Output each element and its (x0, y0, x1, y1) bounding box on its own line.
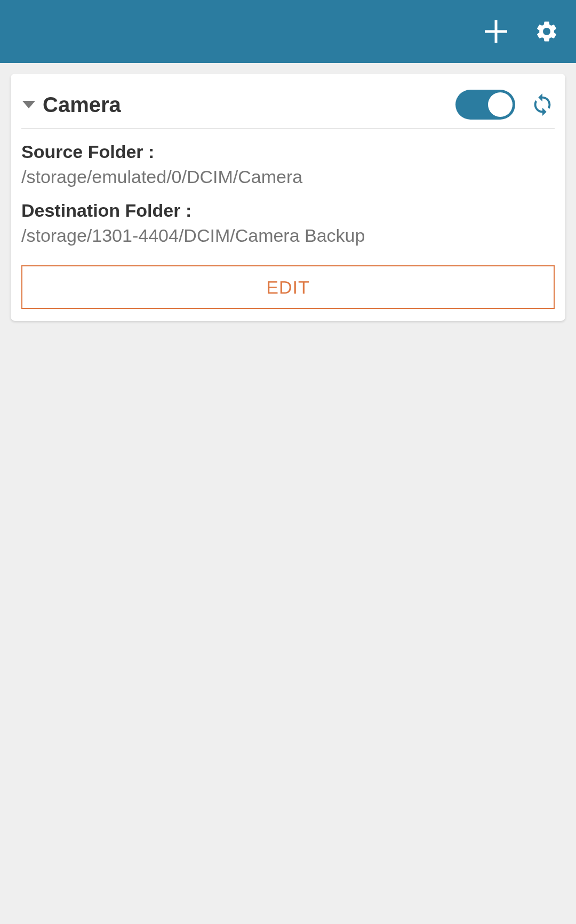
enable-toggle[interactable] (455, 90, 515, 120)
source-folder-field: Source Folder : /storage/emulated/0/DCIM… (21, 141, 555, 187)
gear-icon (534, 19, 559, 44)
destination-folder-value: /storage/1301-4404/DCIM/Camera Backup (21, 225, 555, 246)
edit-button[interactable]: EDIT (21, 265, 555, 309)
source-folder-value: /storage/emulated/0/DCIM/Camera (21, 167, 555, 187)
chevron-down-icon (22, 101, 35, 108)
sync-now-button[interactable] (530, 92, 555, 117)
card-body: Source Folder : /storage/emulated/0/DCIM… (21, 129, 555, 309)
card-title: Camera (43, 93, 455, 117)
destination-folder-field: Destination Folder : /storage/1301-4404/… (21, 200, 555, 246)
source-folder-label: Source Folder : (21, 141, 555, 162)
settings-button[interactable] (533, 18, 560, 45)
expand-collapse-toggle[interactable] (21, 101, 43, 108)
sync-task-card: Camera Source Folder : /storage/emulated… (11, 74, 565, 321)
plus-icon (484, 19, 508, 44)
destination-folder-label: Destination Folder : (21, 200, 555, 221)
sync-icon (530, 92, 555, 117)
toggle-knob (488, 92, 513, 117)
app-bar (0, 0, 576, 63)
card-header: Camera (21, 85, 555, 129)
add-button[interactable] (483, 18, 509, 45)
